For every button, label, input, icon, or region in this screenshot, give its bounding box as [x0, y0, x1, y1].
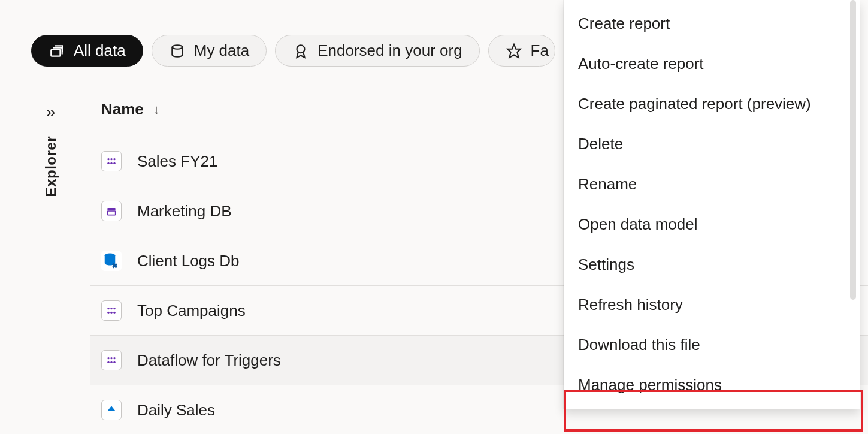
menu-delete[interactable]: Delete	[564, 124, 860, 164]
svg-point-6	[113, 158, 115, 160]
dataset-icon	[101, 350, 122, 370]
svg-point-17	[110, 312, 112, 314]
expand-chevron-icon[interactable]: »	[46, 103, 56, 122]
filter-label: Fa	[531, 41, 549, 60]
filter-label: Endorsed in your org	[317, 41, 462, 60]
svg-point-7	[107, 162, 109, 164]
svg-point-9	[113, 162, 115, 164]
row-name: Marketing DB	[137, 202, 232, 221]
dataset-icon	[101, 300, 122, 321]
svg-point-2	[297, 45, 305, 53]
svg-point-5	[110, 158, 112, 160]
filter-all-data[interactable]: All data	[31, 35, 143, 67]
sort-down-icon: ↓	[153, 102, 160, 117]
row-name: Client Logs Db	[137, 252, 240, 270]
svg-point-4	[107, 158, 109, 160]
svg-point-21	[113, 357, 115, 359]
ribbon-icon	[292, 43, 309, 59]
menu-create-report[interactable]: Create report	[564, 4, 860, 44]
menu-download-file[interactable]: Download this file	[564, 325, 860, 365]
database-icon	[101, 251, 122, 271]
datamart-icon	[101, 201, 122, 221]
filter-favorites[interactable]: Fa	[488, 35, 555, 67]
menu-settings[interactable]: Settings	[564, 245, 860, 285]
svg-point-22	[107, 361, 109, 363]
svg-rect-10	[107, 208, 115, 210]
dataset-icon	[101, 151, 122, 171]
menu-open-data-model[interactable]: Open data model	[564, 204, 860, 245]
cylinder-icon	[169, 43, 186, 59]
svg-point-1	[172, 45, 182, 49]
svg-point-8	[110, 162, 112, 164]
svg-rect-0	[51, 49, 60, 56]
svg-point-23	[110, 361, 112, 363]
star-icon	[506, 43, 522, 59]
explorer-rail: » Explorer	[29, 87, 72, 434]
svg-point-19	[107, 357, 109, 359]
menu-rename[interactable]: Rename	[564, 164, 860, 204]
filter-label: All data	[74, 41, 126, 60]
svg-point-13	[107, 308, 109, 309]
filter-my-data[interactable]: My data	[152, 35, 267, 67]
svg-point-15	[113, 308, 115, 309]
row-name: Sales FY21	[137, 152, 217, 171]
svg-point-24	[113, 361, 115, 363]
row-name: Dataflow for Triggers	[137, 351, 281, 370]
svg-point-20	[110, 357, 112, 359]
svg-marker-3	[507, 44, 521, 58]
menu-manage-permissions[interactable]: Manage permissions	[564, 365, 860, 405]
explorer-label: Explorer	[43, 136, 59, 197]
row-name: Daily Sales	[137, 401, 215, 420]
svg-point-16	[107, 312, 109, 314]
filter-endorsed[interactable]: Endorsed in your org	[275, 35, 479, 67]
menu-auto-create-report[interactable]: Auto-create report	[564, 44, 860, 84]
stack-icon	[49, 43, 65, 59]
column-header-text: Name	[101, 100, 144, 119]
row-name: Top Campaigns	[137, 302, 246, 320]
up-icon	[101, 400, 122, 420]
context-menu: Create report Auto-create report Create …	[564, 0, 860, 409]
menu-refresh-history[interactable]: Refresh history	[564, 285, 860, 325]
svg-rect-11	[107, 211, 115, 215]
menu-create-paginated[interactable]: Create paginated report (preview)	[564, 84, 860, 124]
menu-scrollbar[interactable]	[850, 0, 856, 300]
filter-label: My data	[194, 41, 250, 60]
svg-point-18	[113, 312, 115, 314]
svg-point-14	[110, 308, 112, 309]
